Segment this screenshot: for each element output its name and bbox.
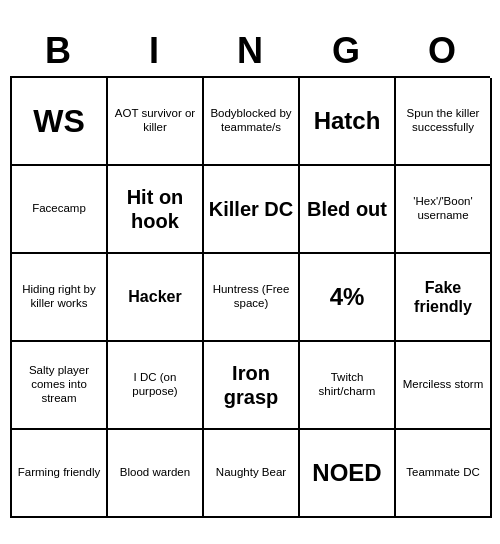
bingo-title: BINGO	[10, 26, 490, 76]
bingo-cell-10: Hiding right by killer works	[12, 254, 108, 342]
bingo-cell-23: NOED	[300, 430, 396, 518]
bingo-cell-3: Hatch	[300, 78, 396, 166]
bingo-cell-0: WS	[12, 78, 108, 166]
bingo-cell-8: Bled out	[300, 166, 396, 254]
bingo-cell-22: Naughty Bear	[204, 430, 300, 518]
bingo-letter: O	[398, 30, 486, 72]
bingo-cell-7: Killer DC	[204, 166, 300, 254]
bingo-cell-17: Iron grasp	[204, 342, 300, 430]
bingo-letter: N	[206, 30, 294, 72]
bingo-cell-24: Teammate DC	[396, 430, 492, 518]
bingo-cell-4: Spun the killer successfully	[396, 78, 492, 166]
bingo-cell-21: Blood warden	[108, 430, 204, 518]
bingo-cell-9: 'Hex'/'Boon' username	[396, 166, 492, 254]
bingo-grid: WSAOT survivor or killerBodyblocked by t…	[10, 76, 490, 518]
bingo-cell-16: I DC (on purpose)	[108, 342, 204, 430]
bingo-cell-11: Hacker	[108, 254, 204, 342]
bingo-cell-20: Farming friendly	[12, 430, 108, 518]
bingo-cell-12: Huntress (Free space)	[204, 254, 300, 342]
bingo-cell-19: Merciless storm	[396, 342, 492, 430]
bingo-letter: I	[110, 30, 198, 72]
bingo-cell-13: 4%	[300, 254, 396, 342]
bingo-card: BINGO WSAOT survivor or killerBodyblocke…	[10, 26, 490, 518]
bingo-cell-6: Hit on hook	[108, 166, 204, 254]
bingo-cell-14: Fake friendly	[396, 254, 492, 342]
bingo-cell-1: AOT survivor or killer	[108, 78, 204, 166]
bingo-cell-5: Facecamp	[12, 166, 108, 254]
bingo-cell-15: Salty player comes into stream	[12, 342, 108, 430]
bingo-cell-18: Twitch shirt/charm	[300, 342, 396, 430]
bingo-cell-2: Bodyblocked by teammate/s	[204, 78, 300, 166]
bingo-letter: B	[14, 30, 102, 72]
bingo-letter: G	[302, 30, 390, 72]
